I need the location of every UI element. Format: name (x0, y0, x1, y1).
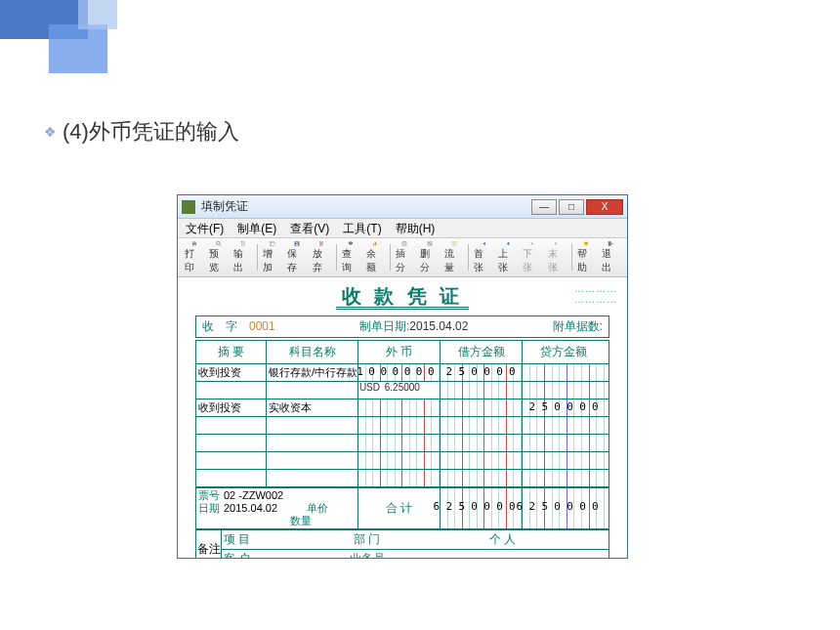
svg-rect-10 (296, 244, 298, 246)
tool-cashflow[interactable]: 流量 (441, 240, 466, 274)
col-summary: 摘 要 (196, 341, 267, 363)
remark-block: 备注 项 目 部 门 个 人 客 户 业务员 (195, 529, 609, 558)
sum-label: 合 计 (358, 488, 441, 528)
tool-print[interactable]: 打印 (182, 240, 206, 274)
grid-row-0b[interactable]: USD 6.25000 (196, 382, 609, 399)
titlebar[interactable]: 填制凭证 — □ X (178, 195, 627, 219)
grid-row-3a[interactable] (196, 470, 609, 487)
svg-rect-19 (402, 241, 406, 245)
voucher-form: …………………… 收 款 凭 证 收 字 0001 制单日期:2015.04.0… (178, 277, 627, 558)
tool-balance[interactable]: 余额 (363, 240, 388, 274)
date-label: 制单日期: (359, 319, 409, 333)
menubar: 文件(F) 制单(E) 查看(V) 工具(T) 帮助(H) (178, 219, 627, 238)
tool-insert-entry[interactable]: 插分 (393, 240, 417, 274)
menu-tools[interactable]: 工具(T) (343, 221, 381, 235)
bullet-icon: ❖ (44, 124, 57, 140)
person-k: 个 人 (473, 530, 531, 549)
app-icon (182, 200, 195, 214)
biz-k: 业务员 (338, 550, 397, 558)
tool-help[interactable]: ?帮助 (574, 240, 599, 274)
tool-add[interactable]: 增加 (260, 240, 284, 274)
svg-point-15 (350, 242, 351, 243)
tool-first[interactable]: 首张 (471, 240, 495, 274)
voucher-title: 收 款 凭 证 (188, 283, 617, 310)
menu-file[interactable]: 文件(F) (186, 221, 224, 235)
tool-query[interactable]: 查询 (339, 240, 363, 274)
voucher-seq[interactable]: 0001 (249, 319, 275, 333)
remark-label: 备注 (196, 530, 222, 558)
menu-view[interactable]: 查看(V) (290, 221, 329, 235)
credit-amount: 6250000 (523, 400, 605, 413)
voucher-date[interactable]: 2015.04.02 (409, 319, 468, 333)
voucher-window: 填制凭证 — □ X 文件(F) 制单(E) 查看(V) 工具(T) 帮助(H)… (177, 194, 628, 559)
tool-abandon[interactable]: 放弃 (310, 240, 334, 274)
tool-export[interactable]: 输出 (231, 240, 255, 274)
fx-rate: 6.25000 (385, 382, 420, 393)
tool-preview[interactable]: 预览 (206, 240, 231, 274)
tool-prev[interactable]: 上张 (495, 240, 520, 274)
menu-make[interactable]: 制单(E) (237, 221, 276, 235)
debit-total: 6250000 (434, 500, 522, 513)
svg-rect-17 (374, 243, 375, 245)
attach-label: 附单据数: (553, 319, 603, 333)
svg-rect-18 (375, 242, 376, 246)
grid-row-0a[interactable]: 收到投资 银行存款/中行存款 1000000 6250000 (196, 364, 609, 382)
svg-point-16 (352, 242, 353, 243)
maximize-button[interactable]: □ (559, 199, 584, 215)
voucher-grid: 摘 要 科目名称 外 币 借方金额 贷方金额 收到投资 银行存款/中行存款 10… (195, 340, 609, 529)
svg-text:?: ? (585, 242, 587, 246)
type-unit: 字 (226, 319, 237, 333)
col-subject: 科目名称 (267, 341, 358, 363)
debit-amount: 6250000 (441, 365, 522, 378)
bullet-text: (4)外币凭证的输入 (63, 117, 239, 147)
totals-row: 票号02 -ZZW002 日期2015.04.02 单价 数量 合 计 6250… (196, 487, 609, 528)
menu-help[interactable]: 帮助(H) (396, 221, 436, 235)
svg-rect-1 (192, 241, 195, 242)
col-foreign: 外 币 (358, 341, 441, 363)
svg-rect-9 (296, 241, 299, 242)
tool-save[interactable]: 保存 (284, 240, 309, 274)
svg-line-21 (428, 242, 431, 245)
grid-row-2a[interactable] (196, 435, 609, 452)
tool-delete-entry[interactable]: 删分 (417, 240, 441, 274)
svg-line-4 (220, 244, 221, 245)
svg-rect-25 (609, 241, 611, 246)
window-title: 填制凭证 (201, 198, 531, 215)
bullet-row: ❖ (4)外币凭证的输入 (44, 117, 239, 147)
tool-last[interactable]: 末张 (545, 240, 569, 274)
fx-amount: 1000000 (358, 365, 440, 378)
grid-row-1b[interactable] (196, 417, 609, 435)
toolbar: 打印 预览 输出 增加 保存 放弃 查询 余额 插分 删分 流量 首张 上张 下… (178, 238, 627, 277)
col-credit: 贷方金额 (523, 341, 605, 363)
minimize-button[interactable]: — (531, 199, 557, 215)
close-button[interactable]: X (586, 199, 623, 215)
grid-row-1a[interactable]: 收到投资 实收资本 6250000 (196, 399, 609, 417)
project-k: 项 目 (222, 530, 261, 549)
svg-rect-7 (272, 242, 275, 246)
customer-k: 客 户 (222, 550, 261, 558)
dotted-deco: …………………… (574, 283, 617, 305)
type-label: 收 (202, 319, 214, 333)
grid-row-2b[interactable] (196, 452, 609, 470)
dept-k: 部 门 (338, 530, 397, 549)
ticket-no: 02 -ZZW002 (224, 489, 283, 502)
fx-ccy: USD (358, 382, 382, 393)
col-debit: 借方金额 (441, 341, 523, 363)
credit-total: 6250000 (517, 500, 605, 513)
voucher-header: 收 字 0001 制单日期:2015.04.02 附单据数: (195, 315, 609, 338)
row-date: 2015.04.02 (224, 502, 277, 515)
svg-point-3 (216, 241, 220, 245)
svg-rect-2 (192, 244, 194, 246)
tool-exit[interactable]: 退出 (599, 240, 623, 274)
tool-next[interactable]: 下张 (520, 240, 544, 274)
